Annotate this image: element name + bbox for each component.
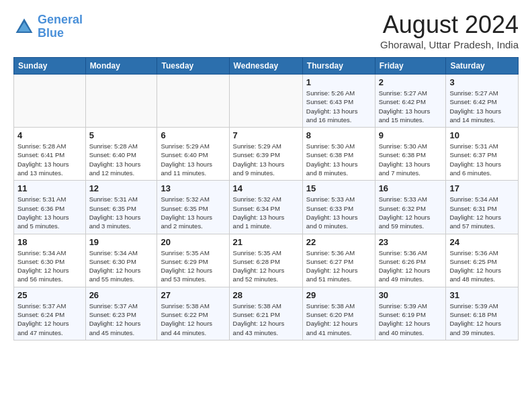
calendar-cell: 5Sunrise: 5:28 AM Sunset: 6:40 PM Daylig… — [85, 128, 157, 181]
day-number: 5 — [89, 130, 154, 140]
day-number: 26 — [89, 290, 154, 300]
day-number: 15 — [306, 183, 371, 193]
week-row-2: 4Sunrise: 5:28 AM Sunset: 6:41 PM Daylig… — [14, 128, 519, 181]
calendar-cell — [85, 75, 157, 128]
day-detail: Sunrise: 5:34 AM Sunset: 6:30 PM Dayligh… — [17, 248, 82, 284]
week-row-4: 18Sunrise: 5:34 AM Sunset: 6:30 PM Dayli… — [14, 234, 519, 287]
day-number: 22 — [306, 237, 371, 247]
logo-line2: Blue — [38, 26, 64, 40]
calendar-cell: 18Sunrise: 5:34 AM Sunset: 6:30 PM Dayli… — [14, 234, 86, 287]
day-detail: Sunrise: 5:31 AM Sunset: 6:37 PM Dayligh… — [449, 142, 515, 177]
day-detail: Sunrise: 5:36 AM Sunset: 6:26 PM Dayligh… — [379, 248, 443, 284]
calendar-cell: 19Sunrise: 5:34 AM Sunset: 6:30 PM Dayli… — [85, 234, 157, 287]
day-number: 28 — [233, 290, 299, 300]
header: General Blue August 2024 Ghorawal, Uttar… — [13, 11, 519, 50]
calendar-cell: 8Sunrise: 5:30 AM Sunset: 6:38 PM Daylig… — [302, 128, 375, 181]
day-detail: Sunrise: 5:29 AM Sunset: 6:39 PM Dayligh… — [233, 142, 299, 177]
weekday-header-wednesday: Wednesday — [229, 58, 302, 75]
calendar-cell: 15Sunrise: 5:33 AM Sunset: 6:33 PM Dayli… — [302, 181, 375, 234]
calendar-cell: 31Sunrise: 5:39 AM Sunset: 6:18 PM Dayli… — [446, 287, 519, 340]
day-number: 20 — [161, 237, 225, 247]
day-detail: Sunrise: 5:32 AM Sunset: 6:35 PM Dayligh… — [161, 195, 225, 230]
day-number: 2 — [379, 77, 443, 87]
day-detail: Sunrise: 5:26 AM Sunset: 6:43 PM Dayligh… — [306, 89, 371, 124]
calendar-cell — [14, 75, 86, 128]
calendar-cell: 20Sunrise: 5:35 AM Sunset: 6:29 PM Dayli… — [157, 234, 229, 287]
day-detail: Sunrise: 5:35 AM Sunset: 6:29 PM Dayligh… — [161, 248, 225, 284]
calendar-cell: 10Sunrise: 5:31 AM Sunset: 6:37 PM Dayli… — [446, 128, 519, 181]
day-detail: Sunrise: 5:38 AM Sunset: 6:22 PM Dayligh… — [161, 302, 225, 337]
week-row-3: 11Sunrise: 5:31 AM Sunset: 6:36 PM Dayli… — [14, 181, 519, 234]
calendar-cell: 3Sunrise: 5:27 AM Sunset: 6:42 PM Daylig… — [446, 75, 519, 128]
week-row-1: 1Sunrise: 5:26 AM Sunset: 6:43 PM Daylig… — [14, 75, 519, 128]
day-number: 30 — [379, 290, 443, 300]
day-number: 4 — [17, 130, 82, 140]
day-number: 25 — [17, 290, 82, 300]
day-number: 7 — [233, 130, 299, 140]
calendar-cell — [229, 75, 302, 128]
day-number: 18 — [17, 237, 82, 247]
calendar-cell: 16Sunrise: 5:33 AM Sunset: 6:32 PM Dayli… — [375, 181, 446, 234]
day-detail: Sunrise: 5:28 AM Sunset: 6:40 PM Dayligh… — [89, 142, 154, 177]
calendar-cell: 17Sunrise: 5:34 AM Sunset: 6:31 PM Dayli… — [446, 181, 519, 234]
calendar-cell: 24Sunrise: 5:36 AM Sunset: 6:25 PM Dayli… — [446, 234, 519, 287]
day-detail: Sunrise: 5:38 AM Sunset: 6:21 PM Dayligh… — [233, 302, 299, 337]
day-detail: Sunrise: 5:29 AM Sunset: 6:40 PM Dayligh… — [161, 142, 225, 177]
day-number: 17 — [449, 183, 515, 193]
day-number: 14 — [233, 183, 299, 193]
weekday-header-row: SundayMondayTuesdayWednesdayThursdayFrid… — [14, 58, 519, 75]
day-number: 16 — [379, 183, 443, 193]
day-detail: Sunrise: 5:38 AM Sunset: 6:20 PM Dayligh… — [306, 302, 371, 337]
day-number: 21 — [233, 237, 299, 247]
day-number: 27 — [161, 290, 225, 300]
calendar-cell: 2Sunrise: 5:27 AM Sunset: 6:42 PM Daylig… — [375, 75, 446, 128]
calendar-cell: 28Sunrise: 5:38 AM Sunset: 6:21 PM Dayli… — [229, 287, 302, 340]
calendar-table: SundayMondayTuesdayWednesdayThursdayFrid… — [13, 57, 519, 340]
day-detail: Sunrise: 5:35 AM Sunset: 6:28 PM Dayligh… — [233, 248, 299, 284]
day-number: 10 — [449, 130, 515, 140]
weekday-header-monday: Monday — [85, 58, 157, 75]
day-number: 29 — [306, 290, 371, 300]
weekday-header-thursday: Thursday — [302, 58, 375, 75]
day-detail: Sunrise: 5:30 AM Sunset: 6:38 PM Dayligh… — [306, 142, 371, 177]
calendar-cell: 6Sunrise: 5:29 AM Sunset: 6:40 PM Daylig… — [157, 128, 229, 181]
month-year: August 2024 — [380, 11, 519, 39]
day-number: 6 — [161, 130, 225, 140]
day-detail: Sunrise: 5:34 AM Sunset: 6:30 PM Dayligh… — [89, 248, 154, 284]
day-number: 1 — [306, 77, 371, 87]
day-detail: Sunrise: 5:27 AM Sunset: 6:42 PM Dayligh… — [379, 89, 443, 124]
day-number: 19 — [89, 237, 154, 247]
day-detail: Sunrise: 5:34 AM Sunset: 6:31 PM Dayligh… — [449, 195, 515, 230]
day-number: 11 — [17, 183, 82, 193]
calendar-cell: 13Sunrise: 5:32 AM Sunset: 6:35 PM Dayli… — [157, 181, 229, 234]
day-detail: Sunrise: 5:28 AM Sunset: 6:41 PM Dayligh… — [17, 142, 82, 177]
weekday-header-friday: Friday — [375, 58, 446, 75]
day-detail: Sunrise: 5:30 AM Sunset: 6:38 PM Dayligh… — [379, 142, 443, 177]
title-area: August 2024 Ghorawal, Uttar Pradesh, Ind… — [380, 11, 519, 50]
calendar-cell: 22Sunrise: 5:36 AM Sunset: 6:27 PM Dayli… — [302, 234, 375, 287]
calendar-cell: 26Sunrise: 5:37 AM Sunset: 6:23 PM Dayli… — [85, 287, 157, 340]
calendar-cell: 21Sunrise: 5:35 AM Sunset: 6:28 PM Dayli… — [229, 234, 302, 287]
calendar-cell: 7Sunrise: 5:29 AM Sunset: 6:39 PM Daylig… — [229, 128, 302, 181]
calendar-cell: 12Sunrise: 5:31 AM Sunset: 6:35 PM Dayli… — [85, 181, 157, 234]
day-detail: Sunrise: 5:33 AM Sunset: 6:32 PM Dayligh… — [379, 195, 443, 230]
day-number: 13 — [161, 183, 225, 193]
calendar-cell: 1Sunrise: 5:26 AM Sunset: 6:43 PM Daylig… — [302, 75, 375, 128]
day-detail: Sunrise: 5:37 AM Sunset: 6:23 PM Dayligh… — [89, 302, 154, 337]
calendar-cell: 27Sunrise: 5:38 AM Sunset: 6:22 PM Dayli… — [157, 287, 229, 340]
calendar-cell: 11Sunrise: 5:31 AM Sunset: 6:36 PM Dayli… — [14, 181, 86, 234]
day-detail: Sunrise: 5:36 AM Sunset: 6:25 PM Dayligh… — [449, 248, 515, 284]
day-number: 12 — [89, 183, 154, 193]
weekday-header-sunday: Sunday — [14, 58, 86, 75]
logo: General Blue — [13, 13, 83, 40]
calendar-cell: 30Sunrise: 5:39 AM Sunset: 6:19 PM Dayli… — [375, 287, 446, 340]
weekday-header-tuesday: Tuesday — [157, 58, 229, 75]
day-detail: Sunrise: 5:37 AM Sunset: 6:24 PM Dayligh… — [17, 302, 82, 337]
day-detail: Sunrise: 5:27 AM Sunset: 6:42 PM Dayligh… — [449, 89, 515, 124]
day-detail: Sunrise: 5:39 AM Sunset: 6:18 PM Dayligh… — [449, 302, 515, 337]
logo-line1: General — [38, 13, 83, 26]
day-number: 23 — [379, 237, 443, 247]
location: Ghorawal, Uttar Pradesh, India — [380, 39, 519, 50]
calendar-cell — [157, 75, 229, 128]
week-row-5: 25Sunrise: 5:37 AM Sunset: 6:24 PM Dayli… — [14, 287, 519, 340]
